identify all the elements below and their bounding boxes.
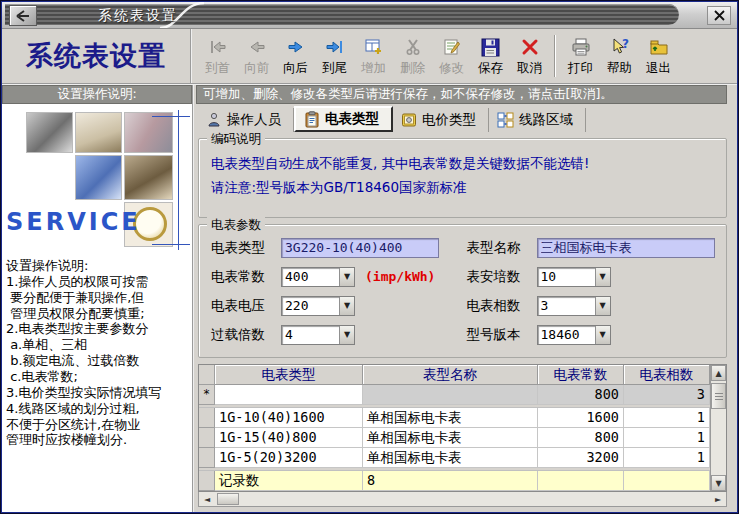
previous-record-icon (247, 35, 267, 59)
cell-constant[interactable]: 800 (538, 428, 624, 448)
cell-meter-type[interactable]: 1G-5(20)3200 (215, 448, 363, 468)
combo-value: 18460 (538, 326, 595, 344)
tab-price-type[interactable]: 电价类型 (393, 108, 489, 132)
scroll-left-icon[interactable]: ◄ (199, 492, 215, 506)
cell-meter-type[interactable] (215, 385, 363, 405)
meter-params-group: 电表参数 电表类型 表型名称 电表常数 400 ▼ (imp/kWh) (198, 224, 727, 358)
row-selector[interactable] (199, 448, 215, 468)
column-header[interactable]: 表型名称 (363, 365, 538, 385)
photo-pen (75, 112, 122, 153)
cell-model-name[interactable] (363, 385, 538, 405)
horizontal-scrollbar[interactable]: ◄ ► (198, 492, 727, 507)
next-record-button[interactable]: 向后 (276, 31, 315, 81)
tab-meter-type[interactable]: 电表类型 (294, 106, 393, 132)
last-record-button[interactable]: 到尾 (315, 31, 354, 81)
scrollbar-thumb[interactable] (711, 383, 726, 409)
chevron-down-icon[interactable]: ▼ (339, 268, 354, 286)
cell-phases[interactable]: 1 (624, 448, 710, 468)
column-header[interactable]: 电表相数 (624, 365, 710, 385)
toolbar: 到首 向前 向后 到尾 (192, 29, 737, 83)
cell-phases[interactable]: 1 (624, 408, 710, 428)
system-table-settings-window: 系统表设置 系统表设置 到首 向前 (0, 0, 739, 514)
cell-model-name[interactable]: 单相国标电卡表 (363, 428, 538, 448)
modify-record-icon (443, 35, 461, 59)
meter-constant-select[interactable]: 400 ▼ (281, 267, 355, 287)
scroll-up-icon[interactable]: ▲ (711, 365, 726, 381)
footer-empty-cell (538, 471, 624, 491)
scroll-right-icon[interactable]: ► (710, 492, 726, 506)
meter-type-input[interactable] (281, 238, 439, 258)
chevron-down-icon[interactable]: ▼ (595, 268, 610, 286)
coding-notes-title: 编码说明 (207, 131, 265, 148)
cell-constant[interactable]: 3200 (538, 448, 624, 468)
chevron-down-icon[interactable]: ▼ (595, 326, 610, 344)
add-record-button: 增加 (354, 31, 393, 81)
delete-record-icon (404, 35, 422, 59)
ampere-select[interactable]: 10 ▼ (537, 267, 611, 287)
record-count-label: 记录数 (215, 471, 363, 491)
app-logo-icon (9, 5, 37, 26)
model-version-select[interactable]: 18460 ▼ (537, 325, 611, 345)
cell-meter-type[interactable]: 1G-15(40)800 (215, 428, 363, 448)
cell-constant[interactable]: 1600 (538, 408, 624, 428)
close-button[interactable] (707, 6, 731, 25)
exit-button[interactable]: 退出 (639, 31, 678, 81)
tab-operators[interactable]: 操作人员 (198, 108, 294, 132)
scroll-track[interactable] (239, 492, 710, 506)
column-header[interactable]: 电表类型 (215, 365, 363, 385)
cell-meter-type[interactable]: 1G-10(40)1600 (215, 408, 363, 428)
cancel-button[interactable]: 取消 (510, 31, 549, 81)
overload-select[interactable]: 4 ▼ (281, 325, 355, 345)
row-selector[interactable] (199, 428, 215, 448)
tab-line-area[interactable]: 线路区域 (489, 108, 586, 132)
print-button[interactable]: 打印 (561, 31, 600, 81)
photo-pens (124, 112, 173, 153)
close-icon (714, 10, 725, 21)
combo-value: 10 (538, 268, 595, 286)
model-name-input[interactable] (537, 238, 715, 258)
toolbar-label: 退出 (646, 60, 671, 77)
exit-icon (649, 35, 669, 59)
help-icon: ? (610, 35, 630, 59)
title-bar[interactable]: 系统表设置 (2, 2, 737, 29)
scroll-track[interactable] (711, 409, 726, 475)
combo-value: 400 (282, 268, 339, 286)
field-overload: 过载倍数 4 ▼ (207, 325, 463, 345)
toolbar-label: 修改 (439, 60, 464, 77)
scroll-down-icon[interactable]: ▼ (711, 475, 726, 491)
grid-footer-row: 记录数 8 (199, 471, 710, 491)
collage-crosshair-line (152, 116, 190, 117)
table-row[interactable]: 1G-5(20)3200 单相国标电卡表 3200 1 (199, 448, 710, 468)
field-phases: 电表相数 3 ▼ (463, 296, 719, 316)
phases-select[interactable]: 3 ▼ (537, 296, 611, 316)
help-button[interactable]: ? 帮助 (600, 31, 639, 81)
cancel-icon (521, 35, 539, 59)
chevron-down-icon[interactable]: ▼ (595, 297, 610, 315)
sidebar: 设置操作说明: SERVICE 设置操作说明: 1.操作人员的权限可按需 要分配… (2, 85, 194, 512)
voltage-select[interactable]: 220 ▼ (281, 296, 355, 316)
chevron-down-icon[interactable]: ▼ (339, 297, 354, 315)
field-label: 电表常数 (211, 268, 273, 286)
combo-value: 4 (282, 326, 339, 344)
table-row[interactable]: 1G-15(40)800 单相国标电卡表 800 1 (199, 428, 710, 448)
content-area: 设置操作说明: SERVICE 设置操作说明: 1.操作人员的权限可按需 要分配… (2, 85, 737, 512)
grid-new-row[interactable]: * 800 3 (199, 385, 710, 405)
cell-constant[interactable]: 800 (538, 385, 624, 405)
cell-phases[interactable]: 3 (624, 385, 710, 405)
table-row[interactable]: 1G-10(40)1600 单相国标电卡表 1600 1 (199, 408, 710, 428)
column-header[interactable]: 电表常数 (538, 365, 624, 385)
photo-keyboard (75, 155, 122, 200)
svg-text:?: ? (622, 38, 629, 51)
cell-phases[interactable]: 1 (624, 428, 710, 448)
vertical-scrollbar[interactable]: ▲ ▼ (710, 365, 726, 491)
cell-model-name[interactable]: 单相国标电卡表 (363, 408, 538, 428)
toolbar-label: 取消 (517, 60, 542, 77)
cell-model-name[interactable]: 单相国标电卡表 (363, 448, 538, 468)
toolbar-label: 删除 (400, 60, 425, 77)
chevron-down-icon[interactable]: ▼ (339, 326, 354, 344)
row-selector[interactable] (199, 408, 215, 428)
field-model-name: 表型名称 (463, 238, 719, 258)
save-button[interactable]: 保存 (471, 31, 510, 81)
line-area-icon (497, 112, 514, 128)
scrollbar-thumb[interactable] (217, 493, 239, 505)
